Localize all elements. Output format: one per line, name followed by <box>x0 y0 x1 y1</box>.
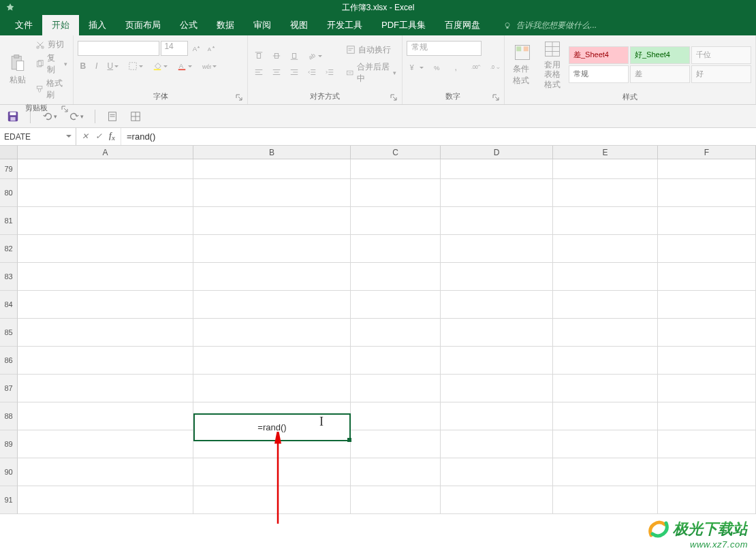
launcher-icon[interactable] <box>235 93 243 101</box>
enter-formula-button[interactable]: ✓ <box>95 131 102 142</box>
font-name-select[interactable] <box>78 41 159 56</box>
align-bottom-button[interactable] <box>287 50 301 62</box>
row-header[interactable]: 82 <box>0 235 18 263</box>
align-left-button[interactable] <box>252 66 266 78</box>
launcher-icon[interactable] <box>61 105 69 113</box>
ribbon: 粘贴 剪切 复制▾ 格式刷 剪贴板 14 A A B I U <box>0 35 756 105</box>
tab-file[interactable]: 文件 <box>5 15 42 35</box>
row-header[interactable]: 84 <box>0 291 18 319</box>
style-cell-bad[interactable]: 差_Sheet4 <box>569 46 629 64</box>
decrease-decimal-button[interactable]: .0 <box>488 61 502 74</box>
tab-home[interactable]: 开始 <box>42 15 79 35</box>
tell-me-search[interactable]: 告诉我您想要做什么... <box>503 16 597 35</box>
cancel-formula-button[interactable]: ✕ <box>82 131 89 142</box>
row-header[interactable]: 83 <box>0 263 18 291</box>
name-box[interactable]: EDATE <box>0 128 76 145</box>
paste-button[interactable]: 粘贴 <box>4 52 31 87</box>
fx-button[interactable]: fx <box>109 131 115 142</box>
row-header[interactable]: 79 <box>0 159 18 179</box>
col-header-D[interactable]: D <box>441 146 553 159</box>
row-header[interactable]: 80 <box>0 179 18 207</box>
style-cell-good2[interactable]: 好 <box>691 65 751 83</box>
wrap-text-button[interactable]: 自动换行 <box>345 44 398 57</box>
increase-decimal-button[interactable]: .00 <box>469 61 483 74</box>
row-header[interactable]: 81 <box>0 207 18 235</box>
currency-button[interactable]: ¥ <box>407 61 426 74</box>
launcher-icon[interactable] <box>390 93 398 101</box>
copy-button[interactable]: 复制▾ <box>34 52 69 76</box>
tab-baidupan[interactable]: 百度网盘 <box>435 15 490 35</box>
col-header-F[interactable]: F <box>658 146 756 159</box>
col-header-A[interactable]: A <box>18 146 193 159</box>
tab-data[interactable]: 数据 <box>207 15 244 35</box>
column-headers: A B C D E F <box>0 146 756 159</box>
col-header-B[interactable]: B <box>193 146 351 159</box>
table-format-icon <box>543 39 562 59</box>
tab-insert[interactable]: 插入 <box>79 15 116 35</box>
font-size-select[interactable]: 14 <box>161 41 188 56</box>
svg-text:wén: wén <box>202 63 211 70</box>
format-as-table-button[interactable]: 套用 表格格式 <box>539 38 566 91</box>
spreadsheet-grid[interactable]: A B C D E F 79 80 81 82 83 84 85 86 87 8… <box>0 146 756 554</box>
redo-button[interactable]: ▾ <box>68 110 84 123</box>
decrease-indent-button[interactable] <box>305 66 319 78</box>
bulb-icon <box>503 22 511 30</box>
launcher-icon[interactable] <box>492 93 500 101</box>
align-top-button[interactable] <box>252 50 266 62</box>
tab-view[interactable]: 视图 <box>281 15 317 35</box>
style-cell-thousands[interactable]: 千位 <box>691 46 751 64</box>
row-header[interactable]: 86 <box>0 347 18 375</box>
style-cell-good[interactable]: 好_Sheet4 <box>630 46 690 64</box>
formula-input[interactable]: =rand() <box>121 128 756 145</box>
tab-pagelayout[interactable]: 页面布局 <box>116 15 170 35</box>
qat-btn-2[interactable] <box>129 110 142 123</box>
align-middle-button[interactable] <box>270 50 283 62</box>
merge-center-button[interactable]: 合并后居中▾ <box>345 61 398 85</box>
svg-text:.00: .00 <box>471 65 478 69</box>
cells-area[interactable] <box>18 159 756 514</box>
tab-formulas[interactable]: 公式 <box>170 15 207 35</box>
group-font: 14 A A B I U A wén 字体 <box>74 35 248 104</box>
dec-decimal-icon: .0 <box>490 63 500 72</box>
decrease-font-button[interactable]: A <box>204 42 218 54</box>
percent-icon: % <box>433 63 443 72</box>
number-format-select[interactable]: 常规 <box>407 41 482 56</box>
comma-button[interactable]: , <box>450 61 464 74</box>
style-cell-bad2[interactable]: 差 <box>630 65 690 83</box>
align-right-button[interactable] <box>287 66 301 78</box>
row-header[interactable]: 85 <box>0 319 18 347</box>
format-painter-button[interactable]: 格式刷 <box>34 77 69 101</box>
tab-pdftools[interactable]: PDF工具集 <box>372 15 435 35</box>
select-all-corner[interactable] <box>0 146 18 159</box>
phonetic-button[interactable]: wén <box>200 60 219 72</box>
row-header[interactable]: 87 <box>0 375 18 402</box>
fill-color-button[interactable] <box>151 60 170 72</box>
increase-font-button[interactable]: A <box>189 42 203 54</box>
font-color-button[interactable]: A <box>175 60 194 72</box>
svg-rect-49 <box>524 46 529 51</box>
fill-handle[interactable] <box>347 438 351 442</box>
tab-review[interactable]: 审阅 <box>244 15 281 35</box>
underline-button[interactable]: U <box>105 60 121 72</box>
bold-button[interactable]: B <box>78 60 88 72</box>
col-header-E[interactable]: E <box>553 146 658 159</box>
align-center-button[interactable] <box>270 66 283 78</box>
cell-styles-gallery[interactable]: 差_Sheet4 好_Sheet4 千位 常规 差 好 <box>569 46 751 83</box>
conditional-formatting-button[interactable]: 条件格式 <box>509 42 536 88</box>
style-cell-normal[interactable]: 常规 <box>569 65 629 83</box>
cut-button[interactable]: 剪切 <box>34 38 69 51</box>
row-header[interactable]: 88 <box>0 402 18 430</box>
row-header[interactable]: 91 <box>0 486 18 514</box>
tab-developer[interactable]: 开发工具 <box>317 15 372 35</box>
row-header[interactable]: 89 <box>0 430 18 458</box>
orientation-button[interactable]: ab <box>305 50 324 62</box>
group-clipboard: 粘贴 剪切 复制▾ 格式刷 剪贴板 <box>0 35 74 104</box>
increase-indent-button[interactable] <box>323 66 336 78</box>
row-header[interactable]: 90 <box>0 458 18 486</box>
grid-icon <box>129 110 142 123</box>
qat-btn-1[interactable] <box>106 110 119 123</box>
italic-button[interactable]: I <box>93 60 99 72</box>
percent-button[interactable]: % <box>431 61 445 74</box>
col-header-C[interactable]: C <box>351 146 441 159</box>
border-button[interactable] <box>126 60 145 72</box>
